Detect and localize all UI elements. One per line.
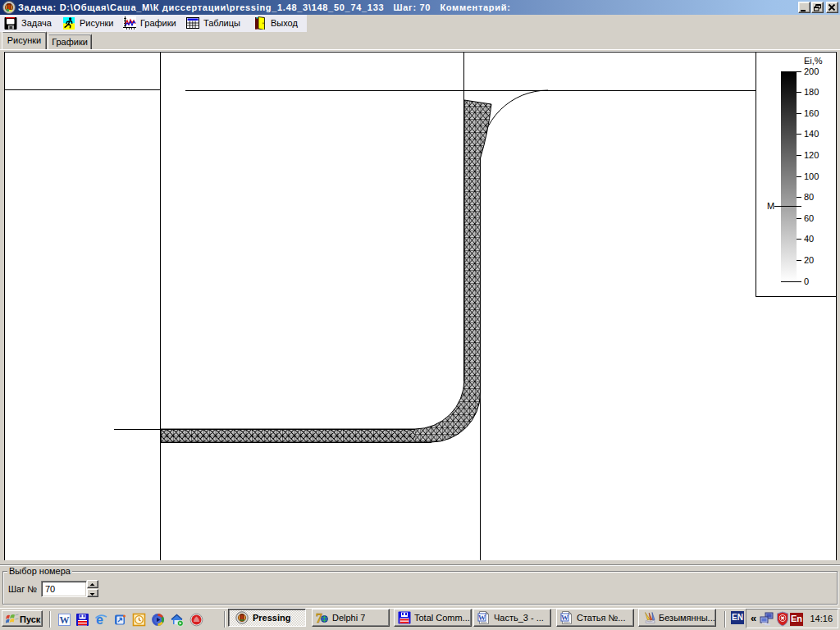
svg-text:М: М <box>767 201 774 211</box>
svg-text:80: 80 <box>804 192 814 202</box>
svg-text:40: 40 <box>804 234 814 244</box>
svg-text:160: 160 <box>804 108 819 118</box>
svg-text:20: 20 <box>804 255 814 265</box>
svg-text:0: 0 <box>804 276 809 286</box>
svg-text:W: W <box>478 614 486 622</box>
svg-text:120: 120 <box>804 150 819 160</box>
svg-text:180: 180 <box>804 87 819 97</box>
svg-text:100: 100 <box>804 171 819 181</box>
svg-text:W: W <box>60 614 70 626</box>
svg-text:200: 200 <box>804 66 819 76</box>
svg-text:140: 140 <box>804 129 819 139</box>
svg-text:Ei,%: Ei,% <box>804 56 823 66</box>
svg-text:60: 60 <box>804 213 814 223</box>
svg-text:W: W <box>561 614 568 622</box>
